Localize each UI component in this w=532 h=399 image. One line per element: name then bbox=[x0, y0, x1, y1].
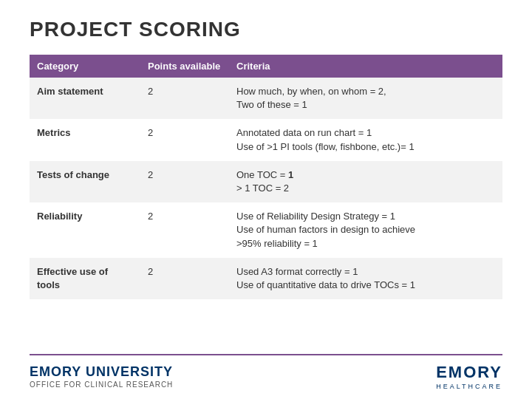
header-criteria: Criteria bbox=[229, 55, 502, 78]
table-row: Tests of change2One TOC = 1> 1 TOC = 2 bbox=[30, 161, 502, 202]
emory-logo-text: EMORY bbox=[436, 363, 502, 382]
cell-category: Reliability bbox=[30, 202, 140, 258]
scoring-table: Category Points available Criteria Aim s… bbox=[30, 55, 502, 299]
table-row: Reliability2Use of Reliability Design St… bbox=[30, 202, 502, 258]
page: PROJECT SCORING Category Points availabl… bbox=[0, 0, 532, 399]
table-row: Aim statement2How much, by when, on whom… bbox=[30, 78, 502, 119]
emory-sub-text: HEALTHCARE bbox=[436, 383, 502, 390]
cell-criteria: One TOC = 1> 1 TOC = 2 bbox=[229, 161, 502, 202]
cell-category: Aim statement bbox=[30, 78, 140, 119]
cell-category: Metrics bbox=[30, 119, 140, 160]
cell-points: 2 bbox=[140, 119, 229, 160]
cell-points: 2 bbox=[140, 258, 229, 299]
header-category: Category bbox=[30, 55, 140, 78]
footer: EMORY UNIVERSITY OFFICE FOR CLINICAL RES… bbox=[30, 354, 502, 399]
cell-category: Tests of change bbox=[30, 161, 140, 202]
cell-points: 2 bbox=[140, 161, 229, 202]
cell-criteria: Annotated data on run chart = 1Use of >1… bbox=[229, 119, 502, 160]
cell-criteria: Used A3 format correctly = 1Use of quant… bbox=[229, 258, 502, 299]
footer-right: EMORY HEALTHCARE bbox=[436, 363, 502, 390]
cell-category: Effective use of tools bbox=[30, 258, 140, 299]
table-row: Metrics2Annotated data on run chart = 1U… bbox=[30, 119, 502, 160]
cell-points: 2 bbox=[140, 202, 229, 258]
table-row: Effective use of tools2Used A3 format co… bbox=[30, 258, 502, 299]
page-title: PROJECT SCORING bbox=[30, 18, 502, 41]
cell-criteria: Use of Reliability Design Strategy = 1Us… bbox=[229, 202, 502, 258]
university-name: EMORY UNIVERSITY bbox=[30, 364, 173, 380]
cell-points: 2 bbox=[140, 78, 229, 119]
office-name: OFFICE FOR CLINICAL RESEARCH bbox=[30, 381, 173, 389]
cell-criteria: How much, by when, on whom = 2,Two of th… bbox=[229, 78, 502, 119]
footer-left: EMORY UNIVERSITY OFFICE FOR CLINICAL RES… bbox=[30, 364, 173, 389]
header-points: Points available bbox=[140, 55, 229, 78]
